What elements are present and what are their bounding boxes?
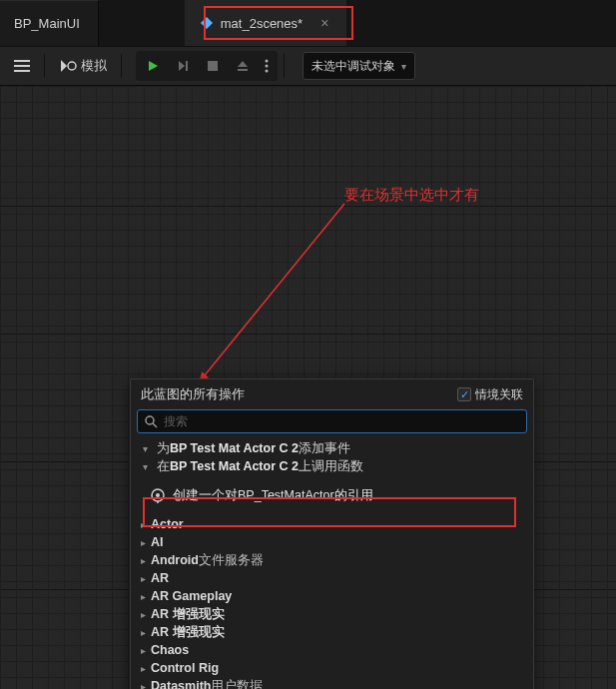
create-reference-action[interactable]: 创建一个对BP_TestMatActor的引用 <box>131 475 533 515</box>
call-func-actor: BP Test Mat Actor C 2 <box>170 459 299 473</box>
separator <box>44 54 45 78</box>
category-name: AR 增强现实 <box>151 624 225 641</box>
call-function-category[interactable]: ▾ 在 BP Test Mat Actor C 2 上调用函数 <box>131 457 533 475</box>
tab-mat-2scenes[interactable]: mat_2scenes* × <box>185 0 347 46</box>
expander-collapsed-icon: ▸ <box>137 537 149 548</box>
tab-label: mat_2scenes* <box>221 16 303 31</box>
svg-point-13 <box>266 65 269 68</box>
separator <box>121 54 122 78</box>
svg-line-15 <box>200 204 344 381</box>
svg-rect-1 <box>14 60 30 62</box>
toolbar-menu-icon[interactable] <box>8 52 36 80</box>
play-options-button[interactable] <box>258 53 276 79</box>
context-sensitive-label: 情境关联 <box>475 386 523 403</box>
simulate-icon <box>59 58 77 74</box>
add-event-prefix: 为 <box>157 440 170 457</box>
svg-rect-8 <box>186 61 188 71</box>
category-row[interactable]: ▸Android文件服务器 <box>131 551 533 569</box>
svg-rect-9 <box>208 61 218 71</box>
context-sensitive-checkbox[interactable]: ✓ 情境关联 <box>457 386 523 403</box>
step-button[interactable] <box>168 53 198 79</box>
svg-line-17 <box>153 423 157 427</box>
add-event-suffix: 添加事件 <box>299 440 350 457</box>
kebab-icon <box>265 59 269 73</box>
svg-rect-3 <box>14 70 30 72</box>
expander-collapsed-icon: ▸ <box>137 555 149 566</box>
category-row[interactable]: ▸Actor <box>131 515 533 533</box>
category-row[interactable]: ▸AR <box>131 569 533 587</box>
category-row[interactable]: ▸AI <box>131 533 533 551</box>
debug-object-label: 未选中调试对象 <box>311 58 395 75</box>
svg-point-16 <box>146 416 154 424</box>
category-suffix: 文件服务器 <box>199 552 264 569</box>
annotation-text: 要在场景中选中才有 <box>344 186 479 205</box>
svg-point-19 <box>156 493 160 497</box>
category-name: Actor <box>151 517 184 531</box>
expander-icon: ▾ <box>143 461 153 472</box>
eject-icon <box>236 59 250 73</box>
chevron-down-icon: ▾ <box>401 61 406 72</box>
category-row[interactable]: ▸Chaos <box>131 641 533 659</box>
category-row[interactable]: ▸AR 增强现实 <box>131 623 533 641</box>
stop-button[interactable] <box>198 53 228 79</box>
add-event-category[interactable]: ▾ 为 BP Test Mat Actor C 2 添加事件 <box>131 439 533 457</box>
debug-object-dropdown[interactable]: 未选中调试对象 ▾ <box>303 52 415 80</box>
action-menu-body: ▾ 为 BP Test Mat Actor C 2 添加事件 ▾ 在 BP Te… <box>131 437 533 689</box>
separator <box>284 54 285 78</box>
svg-marker-0 <box>201 17 213 29</box>
call-func-prefix: 在 <box>157 458 170 475</box>
tab-bp-mainui[interactable]: BP_MainUI <box>0 0 99 46</box>
svg-marker-7 <box>179 61 185 71</box>
expander-collapsed-icon: ▸ <box>137 519 149 530</box>
action-menu-title: 此蓝图的所有操作 <box>141 385 245 403</box>
call-func-suffix: 上调用函数 <box>299 458 363 475</box>
search-input[interactable] <box>164 414 520 428</box>
category-row[interactable]: ▸AR 增强现实 <box>131 605 533 623</box>
create-reference-label: 创建一个对BP_TestMatActor的引用 <box>173 487 373 504</box>
action-menu-header: 此蓝图的所有操作 ✓ 情境关联 <box>131 379 533 407</box>
add-event-actor: BP Test Mat Actor C 2 <box>170 441 299 455</box>
play-button[interactable] <box>138 53 168 79</box>
category-row[interactable]: ▸AR Gameplay <box>131 587 533 605</box>
category-name: AI <box>151 535 164 549</box>
expander-collapsed-icon: ▸ <box>137 663 149 674</box>
expander-collapsed-icon: ▸ <box>137 681 149 690</box>
close-icon[interactable]: × <box>320 15 328 31</box>
level-icon <box>199 15 215 31</box>
blueprint-graph-canvas[interactable]: 要在场景中选中才有 此蓝图的所有操作 ✓ 情境关联 ▾ <box>0 86 616 689</box>
tab-label: BP_MainUI <box>14 16 80 31</box>
eject-button[interactable] <box>228 53 258 79</box>
svg-point-12 <box>266 60 269 63</box>
expander-icon: ▾ <box>143 443 153 454</box>
svg-rect-2 <box>14 65 30 67</box>
play-controls <box>136 51 278 81</box>
simulate-label: 模拟 <box>81 57 107 75</box>
svg-point-14 <box>266 70 269 73</box>
svg-marker-10 <box>238 61 248 67</box>
expander-collapsed-icon: ▸ <box>137 627 149 638</box>
expander-collapsed-icon: ▸ <box>137 591 149 602</box>
actor-ref-icon <box>149 486 167 504</box>
category-suffix: 用户数据 <box>211 678 263 690</box>
blueprint-action-menu: 此蓝图的所有操作 ✓ 情境关联 ▾ 为 BP Test Mat Actor C … <box>130 378 534 689</box>
category-name: AR <box>151 571 169 585</box>
svg-marker-4 <box>61 60 67 72</box>
category-name: AR 增强现实 <box>151 606 225 623</box>
step-icon <box>176 59 190 73</box>
category-name: AR Gameplay <box>151 589 232 603</box>
svg-point-5 <box>68 62 76 70</box>
toolbar: 模拟 未选中调试对象 ▾ <box>0 46 616 86</box>
tab-bar: BP_MainUI mat_2scenes* × <box>0 0 616 46</box>
expander-collapsed-icon: ▸ <box>137 609 149 620</box>
checkbox-checked-icon: ✓ <box>457 387 471 401</box>
expander-collapsed-icon: ▸ <box>137 573 149 584</box>
search-icon <box>144 414 158 428</box>
simulate-button[interactable]: 模拟 <box>53 52 113 80</box>
category-row[interactable]: ▸Control Rig <box>131 659 533 677</box>
action-menu-search[interactable] <box>137 409 527 433</box>
svg-rect-11 <box>238 69 248 71</box>
category-name: Datasmith <box>151 679 211 689</box>
svg-marker-6 <box>149 61 158 71</box>
stop-icon <box>207 60 219 72</box>
category-row[interactable]: ▸Datasmith用户数据 <box>131 677 533 689</box>
